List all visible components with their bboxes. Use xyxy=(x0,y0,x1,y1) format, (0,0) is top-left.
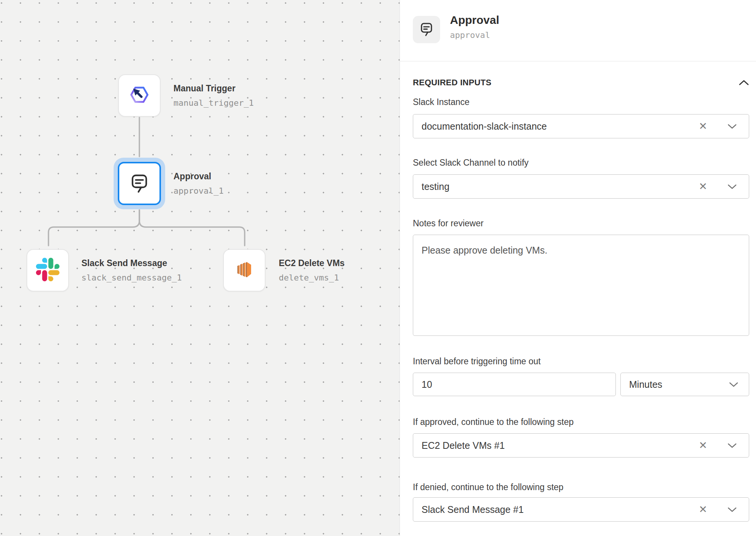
slack-channel-label: Select Slack Channel to notify xyxy=(413,158,749,168)
if-approved-combobox[interactable]: EC2 Delete VMs #1 ✕ xyxy=(413,433,749,458)
chevron-down-icon[interactable] xyxy=(728,443,737,448)
chevron-down-icon[interactable] xyxy=(728,124,737,129)
clear-icon[interactable]: ✕ xyxy=(698,505,708,515)
node-id: manual_trigger_1 xyxy=(173,98,254,108)
node-id: approval_1 xyxy=(173,186,223,196)
chevron-down-icon[interactable] xyxy=(729,382,738,387)
ec2-icon xyxy=(231,256,258,285)
node-id: delete_vms_1 xyxy=(279,273,345,282)
notes-label: Notes for reviewer xyxy=(413,218,749,229)
panel-subtitle: approval xyxy=(450,30,490,40)
if-approved-value: EC2 Delete VMs #1 xyxy=(422,440,698,451)
node-title: Approval xyxy=(173,171,223,182)
approval-chat-icon xyxy=(128,172,150,195)
chevron-up-icon[interactable] xyxy=(739,80,749,86)
chevron-down-icon[interactable] xyxy=(728,184,737,189)
section-title: REQUIRED INPUTS xyxy=(413,78,491,88)
if-denied-combobox[interactable]: Slack Send Message #1 ✕ xyxy=(413,497,749,522)
workflow-canvas[interactable]: Manual Trigger manual_trigger_1 Approval… xyxy=(0,0,400,536)
clear-icon[interactable]: ✕ xyxy=(698,440,708,451)
node-title: Manual Trigger xyxy=(173,83,254,94)
node-approval[interactable] xyxy=(118,162,161,205)
panel-title: Approval xyxy=(450,14,499,27)
if-denied-label: If denied, continue to the following ste… xyxy=(413,482,749,492)
interval-unit-value: Minutes xyxy=(629,379,729,390)
interval-value: 10 xyxy=(422,379,432,390)
slack-instance-label: Slack Instance xyxy=(413,97,749,107)
slack-channel-combobox[interactable]: testing ✕ xyxy=(413,174,749,199)
node-id: slack_send_message_1 xyxy=(81,273,182,282)
slack-icon xyxy=(36,258,59,283)
node-manual-trigger[interactable] xyxy=(118,74,161,117)
notes-textarea[interactable]: Please approve deleting VMs. xyxy=(413,235,749,336)
slack-channel-value: testing xyxy=(422,181,698,192)
required-inputs-section-header[interactable]: REQUIRED INPUTS xyxy=(413,76,749,89)
approval-chat-icon xyxy=(419,21,434,38)
node-approval-selection-halo xyxy=(114,158,165,209)
clear-icon[interactable]: ✕ xyxy=(698,121,708,132)
header-divider xyxy=(400,61,756,61)
panel-step-icon-box xyxy=(413,16,440,43)
if-denied-value: Slack Send Message #1 xyxy=(422,504,698,515)
manual-trigger-icon xyxy=(125,80,154,111)
notes-value: Please approve deleting VMs. xyxy=(422,245,547,255)
interval-unit-select[interactable]: Minutes xyxy=(620,373,749,396)
slack-instance-value: documentation-slack-instance xyxy=(422,121,698,132)
interval-label: Interval before triggering time out xyxy=(413,356,749,367)
node-title: EC2 Delete VMs xyxy=(279,258,345,268)
clear-icon[interactable]: ✕ xyxy=(698,182,708,192)
workflow-editor: Manual Trigger manual_trigger_1 Approval… xyxy=(0,0,756,536)
node-slack-send-message[interactable] xyxy=(27,249,69,292)
step-config-panel: Approval approval REQUIRED INPUTS Slack … xyxy=(400,0,756,536)
if-approved-label: If approved, continue to the following s… xyxy=(413,417,749,427)
chevron-down-icon[interactable] xyxy=(728,507,737,512)
slack-instance-combobox[interactable]: documentation-slack-instance ✕ xyxy=(413,114,749,138)
interval-value-input[interactable]: 10 xyxy=(413,373,616,396)
node-ec2-delete-vms[interactable] xyxy=(223,249,266,292)
node-title: Slack Send Message xyxy=(81,258,182,268)
